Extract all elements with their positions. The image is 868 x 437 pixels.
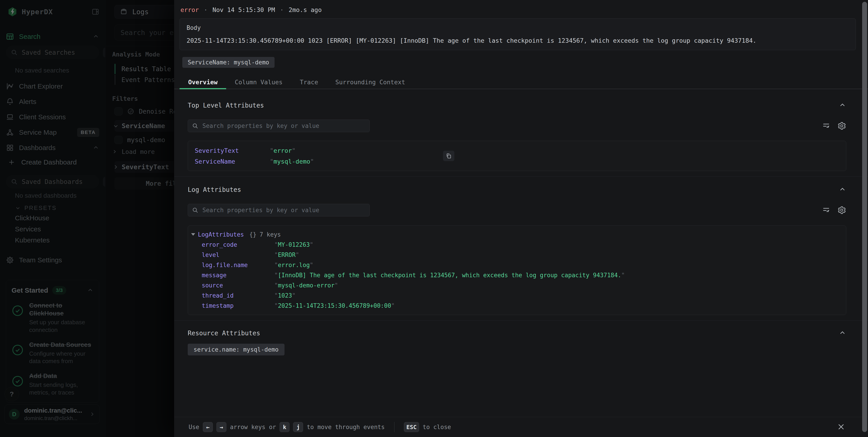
tab-column-values[interactable]: Column Values <box>226 77 291 89</box>
top-level-search-input[interactable] <box>202 122 366 130</box>
keys-count: 7 keys <box>260 231 281 238</box>
attribute-key: level <box>202 251 274 258</box>
log-attributes-tree: LogAttributes {} 7 keys error_code MY-01… <box>188 226 846 315</box>
event-header: error · Nov 14 5:15:30 PM · 2mo.s ago <box>174 0 868 13</box>
chevron-up-icon[interactable] <box>839 186 846 194</box>
resource-attributes-section: Resource Attributes service.name: mysql-… <box>174 329 868 356</box>
divider <box>394 422 395 432</box>
event-relative-time: 2mo.s ago <box>288 6 321 13</box>
attribute-value: [InnoDB] The age of the last checkpoint … <box>274 272 625 279</box>
top-level-attributes-box: SeverityText error ServiceName mysql-dem… <box>188 141 846 171</box>
section-title: Resource Attributes <box>188 330 260 337</box>
attribute-row[interactable]: log.file.name error.log <box>188 260 846 270</box>
event-timestamp: Nov 14 5:15:30 PM <box>213 6 275 13</box>
tree-root-label: LogAttributes <box>198 231 244 238</box>
log-attributes-search[interactable] <box>188 204 370 216</box>
divider <box>174 176 868 177</box>
gear-icon[interactable] <box>837 206 846 215</box>
attribute-row[interactable]: error_code MY-012263 <box>188 239 846 250</box>
section-title: Top Level Attributes <box>188 102 264 109</box>
esc-key: ESC <box>404 422 419 432</box>
chevron-up-icon[interactable] <box>839 329 846 337</box>
body-label: Body <box>187 24 849 31</box>
attribute-value: error.log <box>274 262 313 268</box>
braces-icon: {} <box>249 231 256 238</box>
event-body-box: Body 2025-11-14T23:15:30.456789+00:00 10… <box>180 18 856 50</box>
attribute-key: timestamp <box>202 302 274 309</box>
section-title: Log Attributes <box>188 186 241 194</box>
attribute-row[interactable]: source mysql-demo-error <box>188 280 846 290</box>
attribute-value: mysql-demo-error <box>274 282 338 289</box>
attribute-row[interactable]: timestamp 2025-11-14T23:15:30.456789+00:… <box>188 301 846 311</box>
tree-root-row[interactable]: LogAttributes {} 7 keys <box>188 229 846 239</box>
attribute-value: ERROR <box>274 251 299 258</box>
attribute-key: error_code <box>202 241 274 248</box>
attribute-row[interactable]: SeverityText error <box>188 145 846 156</box>
attribute-row[interactable]: level ERROR <box>188 250 846 260</box>
top-level-search[interactable] <box>188 120 370 132</box>
scrollbar[interactable] <box>862 2 867 432</box>
event-detail-drawer: error · Nov 14 5:15:30 PM · 2mo.s ago Bo… <box>174 0 868 437</box>
attribute-value: mysql-demo <box>270 158 314 165</box>
close-icon[interactable] <box>836 422 846 432</box>
attribute-value: 1023 <box>274 292 296 299</box>
severity-badge: error <box>181 6 199 13</box>
attribute-value: 2025-11-14T23:15:30.456789+00:00 <box>274 302 395 309</box>
attribute-key: log.file.name <box>202 262 274 268</box>
search-icon <box>192 123 198 129</box>
tab-overview[interactable]: Overview <box>180 77 226 89</box>
attribute-row[interactable]: thread_id 1023 <box>188 290 846 301</box>
top-level-attributes-section: Top Level Attributes <box>174 101 868 171</box>
search-icon <box>192 207 198 213</box>
attribute-key: thread_id <box>202 292 274 299</box>
j-key: j <box>293 422 303 432</box>
detail-tabs: Overview Column Values Trace Surrounding… <box>174 77 868 89</box>
attribute-value: MY-012263 <box>274 241 313 248</box>
right-arrow-key: → <box>216 422 226 432</box>
gear-icon[interactable] <box>837 121 846 130</box>
caret-down-icon[interactable] <box>191 233 195 236</box>
wrap-lines-icon[interactable] <box>822 206 831 214</box>
app-root: HyperDX Search ⌘K No saved searches <box>0 0 868 437</box>
chevron-up-icon[interactable] <box>839 101 846 109</box>
copy-icon[interactable] <box>443 151 454 161</box>
tab-surrounding-context[interactable]: Surrounding Context <box>327 77 414 89</box>
attribute-key: ServiceName <box>195 158 270 165</box>
resource-tag[interactable]: service.name: mysql-demo <box>188 344 284 356</box>
drawer-footer: Use ← → arrow keys or k j to move throug… <box>174 417 868 437</box>
service-tag[interactable]: ServiceName: mysql-demo <box>182 57 275 68</box>
tab-trace[interactable]: Trace <box>291 77 327 89</box>
body-text: 2025-11-14T23:15:30.456789+00:00 1023 [E… <box>187 37 849 44</box>
left-arrow-key: ← <box>203 422 213 432</box>
attribute-row[interactable]: message [InnoDB] The age of the last che… <box>188 270 846 280</box>
k-key: k <box>280 422 289 432</box>
attribute-key: message <box>202 272 274 279</box>
log-attributes-search-input[interactable] <box>202 206 366 214</box>
attribute-value: error <box>270 147 296 154</box>
log-attributes-section: Log Attributes <box>174 186 868 315</box>
attribute-row[interactable]: ServiceName mysql-demo <box>188 156 846 167</box>
attribute-key: SeverityText <box>195 147 270 154</box>
attribute-key: source <box>202 282 274 289</box>
wrap-lines-icon[interactable] <box>822 122 831 130</box>
